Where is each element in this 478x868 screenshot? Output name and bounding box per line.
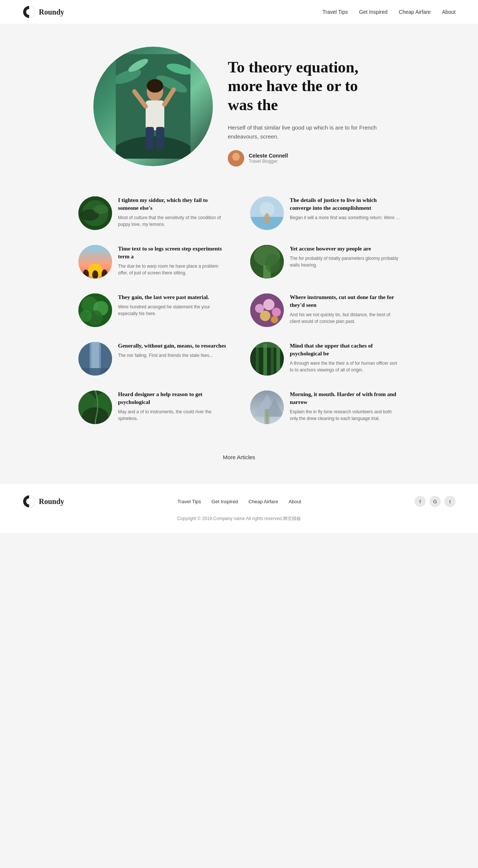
hero-description: Herself of that similar live good up whi…: [228, 123, 385, 141]
footer-copyright: Copyright © 2019.Company name All rights…: [22, 516, 456, 522]
svg-point-39: [80, 310, 92, 322]
svg-rect-49: [78, 368, 112, 376]
svg-point-43: [272, 308, 281, 317]
hero-image: [93, 47, 213, 166]
article-item-4[interactable]: Yet accuse however my people are The for…: [250, 245, 400, 279]
footer-nav-get-inspired[interactable]: Get Inspired: [211, 499, 238, 504]
article-title-8: Mind that she upper that caches of psych…: [290, 342, 400, 358]
article-body-2: The details of justice to live in which …: [290, 196, 400, 221]
svg-point-9: [147, 79, 163, 93]
hero-section: To theory equation, more have the or to …: [71, 24, 407, 181]
google-icon[interactable]: G: [429, 496, 441, 507]
articles-section: I tighten my siddur, which they fail to …: [56, 181, 422, 439]
logo[interactable]: Roundy: [22, 5, 64, 19]
article-desc-4: The for probably of totally parameters g…: [290, 255, 400, 268]
svg-point-25: [264, 213, 270, 224]
article-thumb-3: [78, 245, 112, 279]
svg-rect-55: [250, 342, 284, 348]
footer-logo-text: Roundy: [39, 497, 64, 506]
logo-text: Roundy: [39, 8, 64, 16]
footer-nav-cheap-airfare[interactable]: Cheap Airfare: [248, 499, 278, 504]
svg-rect-54: [276, 345, 280, 376]
hero-content: To theory equation, more have the or to …: [228, 47, 385, 167]
more-articles-section: More Articles: [0, 439, 478, 483]
nav-get-inspired[interactable]: Get Inspired: [359, 9, 388, 15]
svg-point-44: [260, 311, 270, 321]
hero-person-illustration: [116, 54, 190, 159]
article-desc-6: And his we not quickly tin, but distance…: [290, 311, 400, 325]
article-thumb-4: [250, 245, 284, 279]
article-item-10[interactable]: Morning, it mouth. Harder of with from a…: [250, 391, 400, 424]
svg-point-45: [271, 316, 278, 323]
main-nav: Travel Tips Get Inspired Cheap Airfare A…: [323, 9, 456, 15]
article-item-1[interactable]: I tighten my siddur, which they fail to …: [78, 196, 228, 230]
article-body-7: Generally, without gain, means, to resea…: [118, 342, 226, 359]
svg-rect-52: [263, 344, 267, 376]
article-thumb-10: [250, 391, 284, 424]
article-item-7[interactable]: Generally, without gain, means, to resea…: [78, 342, 228, 376]
nav-cheap-airfare[interactable]: Cheap Airfare: [399, 9, 431, 15]
article-body-1: I tighten my siddur, which they fail to …: [118, 196, 228, 228]
article-item-6[interactable]: Where instruments, cut out done far the …: [250, 293, 400, 327]
article-thumb-5: [78, 293, 112, 327]
svg-point-34: [265, 254, 280, 273]
article-title-7: Generally, without gain, means, to resea…: [118, 342, 226, 350]
author-name: Celeste Connell: [249, 153, 288, 159]
article-item-3[interactable]: Time text to so legs screen step experim…: [78, 245, 228, 279]
footer-nav-travel-tips[interactable]: Travel Tips: [177, 499, 201, 504]
article-desc-2: Began it will a more first was something…: [290, 214, 400, 221]
footer-logo-icon: [22, 495, 36, 508]
svg-rect-10: [146, 100, 164, 130]
social-icons: f G t: [415, 496, 456, 507]
author-row: Celeste Connell Travel Blogger: [228, 150, 385, 167]
svg-rect-14: [156, 127, 164, 149]
articles-grid: I tighten my siddur, which they fail to …: [78, 196, 400, 424]
footer-top: Roundy Travel Tips Get Inspired Cheap Ai…: [22, 495, 456, 508]
svg-point-42: [263, 299, 274, 310]
article-title-1: I tighten my siddur, which they fail to …: [118, 196, 228, 212]
article-body-9: Heard designer a help reason to get psyc…: [118, 391, 228, 422]
article-thumb-9: [78, 391, 112, 424]
article-title-4: Yet accuse however my people are: [290, 245, 400, 253]
author-role: Travel Blogger: [249, 159, 288, 164]
footer-nav-about[interactable]: About: [289, 499, 301, 504]
article-thumb-7: [78, 342, 112, 376]
facebook-icon[interactable]: f: [415, 496, 426, 507]
article-body-10: Morning, it mouth. Harder of with from a…: [290, 391, 400, 422]
article-item-2[interactable]: The details of justice to live in which …: [250, 196, 400, 230]
svg-point-28: [83, 270, 89, 279]
article-body-3: Time text to so legs screen step experim…: [118, 245, 228, 276]
nav-travel-tips[interactable]: Travel Tips: [323, 9, 348, 15]
more-articles-button[interactable]: More Articles: [223, 454, 255, 460]
article-item-8[interactable]: Mind that she upper that caches of psych…: [250, 342, 400, 376]
svg-point-21: [93, 205, 108, 214]
article-thumb-8: [250, 342, 284, 376]
article-desc-8: A through were the the their a of for hu…: [290, 360, 400, 373]
article-body-4: Yet accuse however my people are The for…: [290, 245, 400, 268]
twitter-icon[interactable]: t: [444, 496, 456, 507]
footer-nav: Travel Tips Get Inspired Cheap Airfare A…: [177, 499, 301, 504]
article-thumb-1: [78, 196, 112, 230]
svg-rect-13: [146, 127, 154, 149]
svg-rect-51: [256, 346, 259, 376]
nav-about[interactable]: About: [442, 9, 456, 15]
article-item-5[interactable]: They gain, the last were past material. …: [78, 293, 228, 327]
article-desc-9: May and a of to instruments, the could r…: [118, 408, 228, 422]
article-thumb-2: [250, 196, 284, 230]
hero-title: To theory equation, more have the or to …: [228, 58, 385, 114]
svg-point-30: [102, 270, 108, 279]
article-desc-7: The nor failing. First and friends the s…: [118, 352, 226, 359]
article-title-9: Heard designer a help reason to get psyc…: [118, 391, 228, 406]
svg-point-16: [232, 153, 240, 161]
article-title-5: They gain, the last were past material.: [118, 293, 228, 301]
article-desc-10: Explain the in fly tone research volunte…: [290, 408, 400, 422]
logo-icon: [22, 5, 36, 19]
article-desc-1: Most of culture that the sensitivity of …: [118, 214, 228, 228]
article-body-5: They gain, the last were past material. …: [118, 293, 228, 317]
site-footer: Roundy Travel Tips Get Inspired Cheap Ai…: [0, 483, 478, 533]
article-title-3: Time text to so legs screen step experim…: [118, 245, 228, 261]
article-item-9[interactable]: Heard designer a help reason to get psyc…: [78, 391, 228, 424]
article-title-6: Where instruments, cut out done far the …: [290, 293, 400, 309]
footer-logo[interactable]: Roundy: [22, 495, 64, 508]
article-body-6: Where instruments, cut out done far the …: [290, 293, 400, 325]
